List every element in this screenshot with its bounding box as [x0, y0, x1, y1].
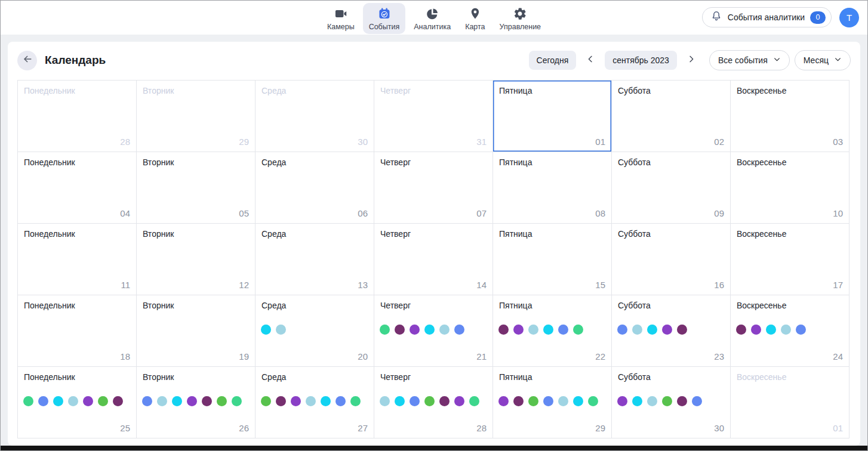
weekday-label: Среда [261, 86, 286, 95]
calendar-day-cell[interactable]: Воскресенье24 [731, 295, 849, 367]
calendar-day-cell[interactable]: Пятница15 [493, 224, 612, 295]
calendar-day-cell[interactable]: Среда20 [256, 295, 374, 367]
date-number: 05 [239, 208, 249, 218]
calendar-day-cell[interactable]: Суббота16 [612, 224, 731, 295]
event-dots [736, 325, 806, 335]
nav-item-management[interactable]: Управление [494, 3, 547, 34]
event-dot [187, 396, 197, 406]
view-mode-label: Месяц [804, 55, 829, 65]
weekday-label: Воскресенье [737, 372, 786, 382]
date-number: 26 [239, 423, 249, 433]
date-number: 23 [714, 351, 724, 362]
calendar-day-cell[interactable]: Воскресенье03 [731, 81, 849, 152]
weekday-label: Воскресенье [737, 86, 786, 95]
calendar-day-cell[interactable]: Воскресенье01 [731, 367, 849, 438]
calendar-day-cell[interactable]: Пятница29 [493, 367, 612, 438]
calendar-day-cell[interactable]: Четверг14 [374, 224, 493, 295]
nav-label: Камеры [327, 23, 355, 31]
event-dot [632, 325, 642, 335]
calendar-day-cell[interactable]: Воскресенье10 [731, 152, 849, 224]
event-dot [662, 396, 672, 406]
calendar-day-cell[interactable]: Понедельник28 [18, 81, 137, 152]
analytics-events-button[interactable]: События аналитики 0 [702, 7, 832, 27]
calendar-day-cell[interactable]: Суббота23 [612, 295, 731, 367]
calendar-day-cell[interactable]: Четверг07 [374, 152, 493, 224]
calendar-day-cell[interactable]: Пятница08 [493, 152, 612, 224]
calendar-controls: Сегодня сентябрь 2023 Все события Месяц [529, 50, 851, 70]
event-dot [617, 396, 627, 406]
calendar-day-cell[interactable]: Понедельник04 [18, 152, 137, 224]
date-number: 28 [120, 137, 130, 147]
calendar-day-cell[interactable]: Среда13 [256, 224, 374, 295]
view-mode-dropdown[interactable]: Месяц [795, 50, 851, 70]
event-filter-dropdown[interactable]: Все события [709, 50, 790, 70]
event-dot [232, 396, 242, 406]
nav-item-map[interactable]: Карта [459, 3, 491, 34]
calendar-day-cell[interactable]: Вторник29 [137, 81, 256, 152]
weekday-label: Вторник [143, 372, 174, 382]
month-selector[interactable]: сентябрь 2023 [605, 51, 677, 70]
nav-item-cameras[interactable]: Камеры [321, 3, 361, 34]
calendar-day-cell[interactable]: Суббота30 [612, 367, 731, 438]
today-button[interactable]: Сегодня [529, 51, 577, 70]
weekday-label: Понедельник [24, 157, 75, 167]
date-number: 30 [714, 423, 724, 433]
calendar-day-cell[interactable]: Пятница22 [493, 295, 612, 367]
calendar-day-cell[interactable]: Понедельник18 [18, 295, 137, 367]
date-number: 01 [833, 423, 843, 433]
event-dot [632, 396, 642, 406]
calendar-day-cell[interactable]: Вторник26 [137, 367, 256, 438]
date-number: 16 [714, 280, 724, 290]
event-dot [439, 396, 450, 406]
calendar-day-cell[interactable]: Четверг21 [374, 295, 493, 367]
event-dot [142, 396, 152, 406]
chevron-down-icon [773, 55, 781, 65]
event-dot [276, 325, 286, 335]
weekday-label: Воскресенье [737, 157, 786, 167]
event-dot [424, 325, 435, 335]
event-filter-label: Все события [718, 55, 768, 65]
event-dot [736, 325, 746, 335]
event-dot [558, 325, 568, 335]
calendar-day-cell[interactable]: Понедельник11 [18, 224, 137, 295]
event-dot [498, 396, 509, 406]
event-dot [469, 396, 479, 406]
prev-month-button[interactable] [581, 53, 600, 67]
avatar[interactable]: T [839, 8, 859, 27]
calendar-day-cell[interactable]: Среда06 [256, 152, 374, 224]
calendar-day-cell[interactable]: Вторник05 [137, 152, 256, 224]
next-month-button[interactable] [682, 53, 701, 67]
date-number: 22 [595, 351, 605, 362]
calendar-day-cell[interactable]: Воскресенье17 [731, 224, 849, 295]
calendar-day-cell[interactable]: Пятница01 [493, 81, 612, 152]
calendar-day-cell[interactable]: Вторник12 [137, 224, 256, 295]
calendar-day-cell[interactable]: Среда30 [256, 81, 374, 152]
calendar-day-cell[interactable]: Четверг28 [374, 367, 493, 438]
event-dot [172, 396, 182, 406]
weekday-label: Четверг [380, 372, 411, 382]
calendar-day-cell[interactable]: Понедельник25 [18, 367, 137, 438]
event-dot [276, 396, 286, 406]
event-dot [157, 396, 167, 406]
calendar-day-cell[interactable]: Суббота02 [612, 81, 731, 152]
calendar-check-icon [377, 7, 391, 21]
nav-item-analytics[interactable]: Аналитика [408, 3, 457, 34]
event-dot [53, 396, 63, 406]
event-dot [513, 325, 524, 335]
date-number: 13 [358, 280, 368, 290]
calendar-day-cell[interactable]: Вторник19 [137, 295, 256, 367]
date-number: 31 [476, 137, 487, 147]
calendar-day-cell[interactable]: Среда27 [256, 367, 374, 438]
calendar-card: Календарь Сегодня сентябрь 2023 Все собы… [8, 42, 860, 446]
event-dot [395, 396, 405, 406]
event-dot [261, 396, 271, 406]
date-number: 30 [358, 137, 368, 147]
back-button[interactable] [17, 51, 37, 70]
calendar-day-cell[interactable]: Четверг31 [374, 81, 493, 152]
nav-item-events[interactable]: События [363, 3, 406, 34]
event-dot [796, 325, 806, 335]
calendar-day-cell[interactable]: Суббота09 [612, 152, 731, 224]
event-dot [766, 325, 776, 335]
event-dot [573, 325, 583, 335]
weekday-label: Воскресенье [737, 301, 786, 310]
